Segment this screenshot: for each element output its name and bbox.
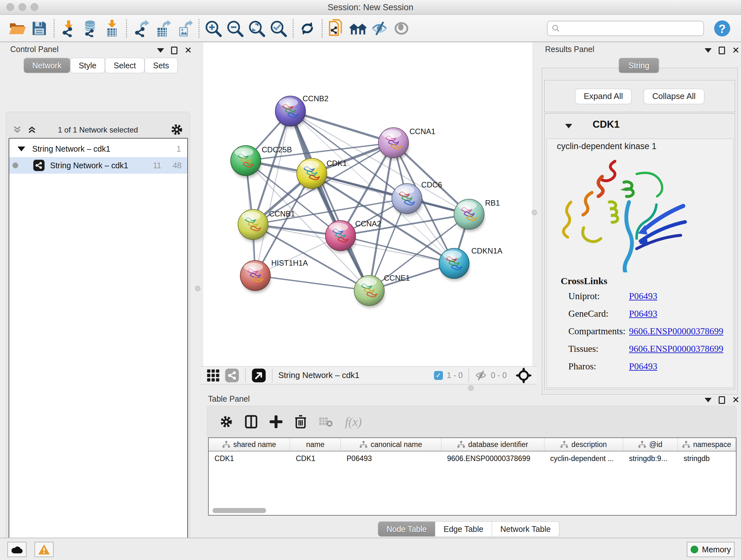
delete-column-icon[interactable] bbox=[294, 415, 307, 429]
expand-all-button[interactable]: Expand All bbox=[575, 89, 631, 104]
network-node-RB1[interactable]: RB1 bbox=[454, 199, 500, 232]
zoom-in-button[interactable] bbox=[204, 18, 222, 38]
network-node-HIST1H1A[interactable]: HIST1H1A bbox=[240, 259, 308, 293]
zoom-fit-button[interactable] bbox=[247, 18, 266, 38]
network-node-CCNB2[interactable]: CCNB2 bbox=[275, 94, 328, 128]
crosslink-value-link[interactable]: P06493 bbox=[629, 291, 657, 301]
protein-card-collapse-icon[interactable] bbox=[565, 124, 572, 128]
hidden-counts: 0 - 0 bbox=[491, 371, 507, 380]
cloud-status-button[interactable] bbox=[7, 542, 26, 557]
right-splitter-handle[interactable] bbox=[532, 210, 537, 215]
show-columns-icon[interactable] bbox=[245, 415, 258, 429]
table-cell[interactable]: CDK1 bbox=[290, 454, 341, 463]
export-network-button[interactable] bbox=[131, 18, 150, 38]
memory-label: Memory bbox=[702, 545, 731, 554]
column-network-icon bbox=[560, 441, 568, 448]
grid-view-icon[interactable] bbox=[206, 368, 220, 382]
eye-slash-icon bbox=[371, 20, 389, 37]
export-image-button[interactable] bbox=[175, 18, 193, 38]
birdseye-view-icon[interactable] bbox=[516, 368, 532, 383]
tab-edge-table[interactable]: Edge Table bbox=[435, 521, 492, 537]
table-cell[interactable]: cyclin-dependent ... bbox=[544, 454, 623, 463]
table-cell[interactable]: 9606.ENSP00000378699 bbox=[441, 454, 544, 463]
network-edge-count: 48 bbox=[173, 161, 182, 170]
column-header-name[interactable]: name bbox=[290, 438, 341, 451]
help-button[interactable]: ? bbox=[713, 18, 731, 38]
column-network-icon bbox=[222, 441, 230, 448]
export-table-button[interactable] bbox=[153, 18, 172, 38]
table-cell[interactable]: stringdb:9... bbox=[623, 454, 678, 463]
import-network-database-button[interactable] bbox=[81, 18, 99, 38]
show-all-button[interactable] bbox=[392, 18, 411, 38]
results-panel-menu-icon[interactable] bbox=[704, 48, 712, 53]
tab-network[interactable]: Network bbox=[23, 58, 70, 73]
horizontal-scrollbar[interactable] bbox=[212, 508, 266, 513]
column-header--id[interactable]: @id bbox=[623, 438, 678, 451]
collection-expand-arrow-icon[interactable] bbox=[17, 146, 25, 151]
import-table-icon bbox=[103, 20, 120, 37]
tab-select[interactable]: Select bbox=[105, 58, 144, 73]
crosslink-value-link[interactable]: P06493 bbox=[629, 361, 657, 372]
string-import-button[interactable] bbox=[327, 18, 346, 38]
network-node-CCNE1[interactable]: CCNE1 bbox=[354, 273, 410, 308]
warning-status-button[interactable] bbox=[35, 542, 54, 557]
import-table-button[interactable] bbox=[103, 18, 121, 38]
column-header-shared-name[interactable]: shared name bbox=[209, 438, 290, 451]
tab-style[interactable]: Style bbox=[70, 58, 105, 73]
control-panel-float-icon[interactable] bbox=[171, 47, 178, 54]
results-button-bar: Expand All Collapse All bbox=[544, 80, 735, 112]
table-panel-float-icon[interactable] bbox=[719, 396, 725, 404]
memory-button[interactable]: Memory bbox=[687, 542, 735, 557]
selected-checkbox-icon[interactable]: ✓ bbox=[434, 371, 443, 380]
detach-view-icon[interactable] bbox=[252, 368, 266, 383]
network-collection-row[interactable]: String Network – cdk1 1 bbox=[9, 140, 187, 157]
hide-selected-button[interactable] bbox=[370, 18, 389, 38]
add-column-icon[interactable] bbox=[270, 415, 282, 428]
save-session-button[interactable] bbox=[30, 18, 49, 38]
search-field bbox=[547, 21, 704, 36]
control-panel-close-icon[interactable]: ✕ bbox=[185, 47, 192, 54]
results-panel-float-icon[interactable] bbox=[719, 47, 725, 54]
network-row-selected[interactable]: String Network – cdk1 11 48 bbox=[9, 157, 187, 174]
crosslink-value-link[interactable]: 9606.ENSP00000378699 bbox=[629, 344, 724, 354]
column-header-database-identifier[interactable]: database identifier bbox=[441, 438, 544, 451]
table-cell[interactable]: P06493 bbox=[341, 454, 441, 463]
zoom-selected-button[interactable] bbox=[269, 18, 287, 38]
network-name: String Network – cdk1 bbox=[50, 161, 128, 170]
crosslink-row: GeneCard:P06493 bbox=[561, 308, 724, 326]
collapse-all-button[interactable]: Collapse All bbox=[644, 89, 704, 104]
tab-sets[interactable]: Sets bbox=[145, 58, 178, 73]
tab-network-table[interactable]: Network Table bbox=[492, 521, 559, 537]
refresh-view-button[interactable] bbox=[298, 18, 317, 38]
open-session-button[interactable] bbox=[8, 18, 27, 38]
column-header-namespace[interactable]: namespace bbox=[678, 438, 736, 451]
crosslink-value-link[interactable]: P06493 bbox=[629, 308, 657, 319]
table-panel-menu-icon[interactable] bbox=[704, 398, 712, 402]
network-node-CDKN1A[interactable]: CDKN1A bbox=[439, 246, 502, 281]
import-network-file-button[interactable] bbox=[59, 18, 77, 38]
column-header-canonical-name[interactable]: canonical name bbox=[341, 438, 441, 451]
column-header-description[interactable]: description bbox=[544, 438, 623, 451]
search-input[interactable] bbox=[563, 24, 699, 33]
toolbar-separator bbox=[272, 368, 273, 382]
network-options-gear-icon[interactable] bbox=[171, 124, 183, 136]
tab-string[interactable]: String bbox=[618, 58, 659, 73]
results-panel-close-icon[interactable]: ✕ bbox=[732, 47, 739, 54]
table-options-gear-icon[interactable] bbox=[220, 415, 232, 428]
protein-card: CDK1 cyclin-dependent kinase 1 bbox=[544, 113, 735, 389]
table-panel-close-icon[interactable]: ✕ bbox=[732, 396, 739, 404]
control-panel-menu-icon[interactable] bbox=[157, 48, 164, 53]
table-cell[interactable]: CDK1 bbox=[209, 454, 290, 463]
network-canvas[interactable]: CCNB2 CCNA1 CDC25B CDK1 bbox=[203, 43, 532, 366]
table-cell[interactable]: stringdb bbox=[678, 454, 736, 463]
tab-node-table[interactable]: Node Table bbox=[378, 521, 435, 537]
left-splitter-handle[interactable] bbox=[195, 286, 200, 291]
table-row[interactable]: CDK1CDK1P064939606.ENSP00000378699cyclin… bbox=[209, 451, 736, 465]
home-button[interactable] bbox=[349, 18, 367, 38]
network-view-share-icon[interactable] bbox=[225, 368, 239, 383]
zoom-out-button[interactable] bbox=[226, 18, 244, 38]
network-node-CDC6[interactable]: CDC6 bbox=[392, 180, 442, 216]
crosslink-value-link[interactable]: 9606.ENSP00000378699 bbox=[629, 326, 724, 336]
horizontal-splitter-handle[interactable] bbox=[468, 385, 474, 391]
results-panel-title: Results Panel bbox=[545, 45, 594, 54]
